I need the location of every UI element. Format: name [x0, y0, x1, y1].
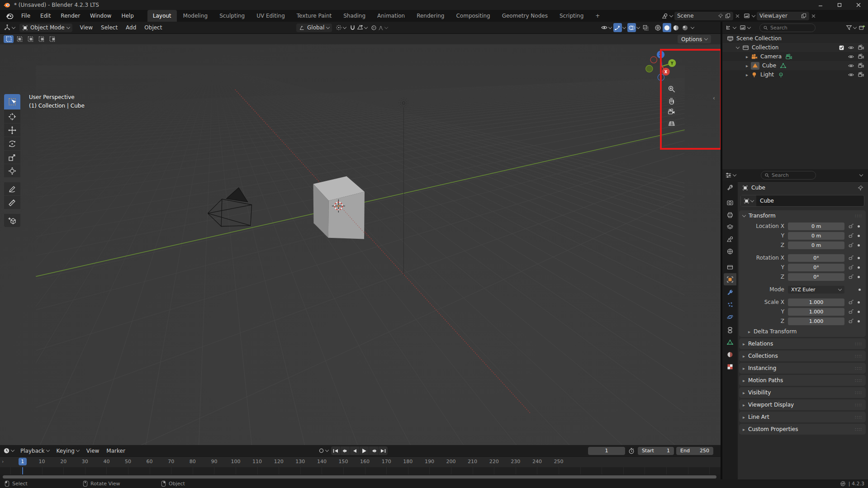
select-mode-subtract-button[interactable]: [25, 35, 35, 43]
eye-toggle[interactable]: [848, 71, 854, 78]
jump-to-start-button[interactable]: [331, 446, 341, 455]
add-cube-tool[interactable]: [4, 214, 20, 227]
lock-open-icon[interactable]: [848, 318, 854, 324]
lock-open-icon[interactable]: [848, 274, 854, 280]
snap-controls[interactable]: [350, 24, 367, 31]
outliner-search-input[interactable]: Search: [759, 24, 816, 32]
properties-tab-physics[interactable]: [724, 311, 736, 323]
camera-toggle-toggle[interactable]: [858, 71, 864, 78]
menu-file[interactable]: File: [16, 10, 35, 22]
lock-open-icon[interactable]: [848, 255, 854, 261]
eye-toggle[interactable]: [848, 44, 854, 51]
frame-start-field[interactable]: Start 1: [638, 447, 674, 455]
timeline-menu-view[interactable]: View: [83, 445, 103, 457]
play-reverse-button[interactable]: [350, 446, 360, 455]
drag-handle-icon[interactable]: ::::: [855, 403, 862, 407]
options-button[interactable]: Options: [678, 35, 711, 43]
timeline-menu-keying[interactable]: Keying: [53, 445, 83, 457]
camera-toggle-toggle[interactable]: [858, 62, 864, 69]
mode-dropdown[interactable]: Object Mode: [19, 24, 72, 32]
workspace-tab-uv-editing[interactable]: UV Editing: [251, 10, 290, 22]
panel-header-custom-properties[interactable]: ▸Custom Properties::::: [739, 424, 866, 435]
select-mode-set-button[interactable]: [4, 35, 14, 43]
workspace-tab-scripting[interactable]: Scripting: [554, 10, 589, 22]
expand-closed-icon[interactable]: ▸: [746, 54, 748, 59]
properties-tab-modifiers[interactable]: [724, 286, 736, 298]
viewport-menu-view[interactable]: View: [76, 22, 97, 33]
animate-dot[interactable]: [859, 289, 861, 291]
viewport-canvas[interactable]: Z Y X: [0, 44, 721, 445]
current-frame-field[interactable]: 1: [588, 447, 625, 455]
shading-solid-button[interactable]: [663, 23, 671, 32]
select-mode-invert-button[interactable]: [36, 35, 46, 43]
cube-object[interactable]: [313, 176, 365, 239]
object-name-field[interactable]: Cube: [740, 195, 864, 207]
annotate-tool[interactable]: [4, 182, 20, 195]
animate-dot[interactable]: [858, 257, 860, 259]
axis-ball-negx[interactable]: [650, 57, 657, 63]
drag-handle-icon[interactable]: ::::: [855, 213, 862, 218]
maximize-button[interactable]: [830, 0, 849, 10]
lock-open-icon[interactable]: [848, 265, 854, 270]
menu-help[interactable]: Help: [116, 10, 138, 22]
pin-icon[interactable]: [858, 185, 863, 191]
field-input[interactable]: 0 m: [788, 232, 844, 240]
properties-tab-tool[interactable]: [724, 181, 736, 194]
field-input[interactable]: 0°: [788, 264, 844, 271]
viewlayer-selector[interactable]: ViewLayer: [744, 12, 816, 20]
properties-tab-world[interactable]: [724, 245, 736, 257]
checkbox-toggle[interactable]: [839, 45, 844, 51]
drag-handle-icon[interactable]: ::::: [855, 390, 862, 395]
scrollbar-thumb[interactable]: [3, 475, 716, 479]
properties-tab-texture[interactable]: [724, 360, 736, 373]
lock-open-icon[interactable]: [848, 223, 854, 229]
measure-tool[interactable]: [4, 196, 20, 209]
scale-tool[interactable]: [4, 151, 20, 164]
field-input[interactable]: 0 m: [788, 223, 844, 230]
drag-handle-icon[interactable]: ::::: [855, 341, 862, 346]
blender-app-icon[interactable]: [5, 13, 14, 19]
jump-to-end-button[interactable]: [379, 446, 388, 455]
properties-tab-constraints[interactable]: [724, 324, 736, 336]
shading-material-button[interactable]: [672, 23, 680, 32]
close-icon[interactable]: [735, 14, 740, 19]
field-input[interactable]: 1.000: [788, 317, 844, 325]
chevron-down-icon[interactable]: [859, 173, 863, 176]
panel-header-visibility[interactable]: ▸Visibility::::: [739, 387, 866, 398]
drag-handle-icon[interactable]: ::::: [855, 415, 862, 419]
outliner-filter-button[interactable]: [846, 24, 856, 31]
close-icon[interactable]: [811, 14, 816, 19]
viewport-menu-object[interactable]: Object: [140, 22, 166, 33]
camera-object[interactable]: [208, 188, 251, 227]
workspace-tab-geometry-nodes[interactable]: Geometry Nodes: [497, 10, 553, 22]
field-dropdown[interactable]: XYZ Euler: [788, 286, 844, 294]
animate-dot[interactable]: [858, 320, 860, 322]
animate-dot[interactable]: [858, 235, 860, 237]
field-input[interactable]: 0 m: [788, 242, 844, 249]
animate-dot[interactable]: [858, 266, 860, 269]
eye-toggle[interactable]: [848, 53, 854, 60]
expand-closed-icon[interactable]: ▸: [746, 63, 748, 68]
outliner-editor-type-button[interactable]: [725, 24, 736, 31]
transform-orientation-dropdown[interactable]: Global: [296, 24, 332, 32]
workspace-tab-modeling[interactable]: Modeling: [178, 10, 213, 22]
lock-open-icon[interactable]: [848, 309, 854, 314]
panel-header-motion-paths[interactable]: ▸Motion Paths::::: [739, 375, 866, 386]
transform-panel-header[interactable]: Transform ::::: [739, 210, 866, 221]
properties-tab-render[interactable]: [724, 196, 736, 208]
properties-tab-material[interactable]: [724, 348, 736, 360]
select-mode-extend-button[interactable]: [14, 35, 24, 43]
frame-end-field[interactable]: End 250: [676, 447, 713, 455]
select-box-tool[interactable]: [4, 94, 20, 109]
viewport-menu-add[interactable]: Add: [122, 22, 140, 33]
shading-rendered-button[interactable]: [681, 23, 689, 32]
properties-tab-output[interactable]: [724, 208, 736, 221]
scene-selector[interactable]: Scene: [661, 12, 740, 20]
outliner-row-camera[interactable]: ▸Camera: [722, 52, 868, 61]
properties-tab-particles[interactable]: [724, 298, 736, 311]
play-button[interactable]: [360, 446, 369, 455]
drag-handle-icon[interactable]: ::::: [855, 427, 862, 431]
animate-dot[interactable]: [858, 276, 860, 278]
menu-edit[interactable]: Edit: [35, 10, 56, 22]
axis-ball-negy[interactable]: [646, 65, 653, 72]
